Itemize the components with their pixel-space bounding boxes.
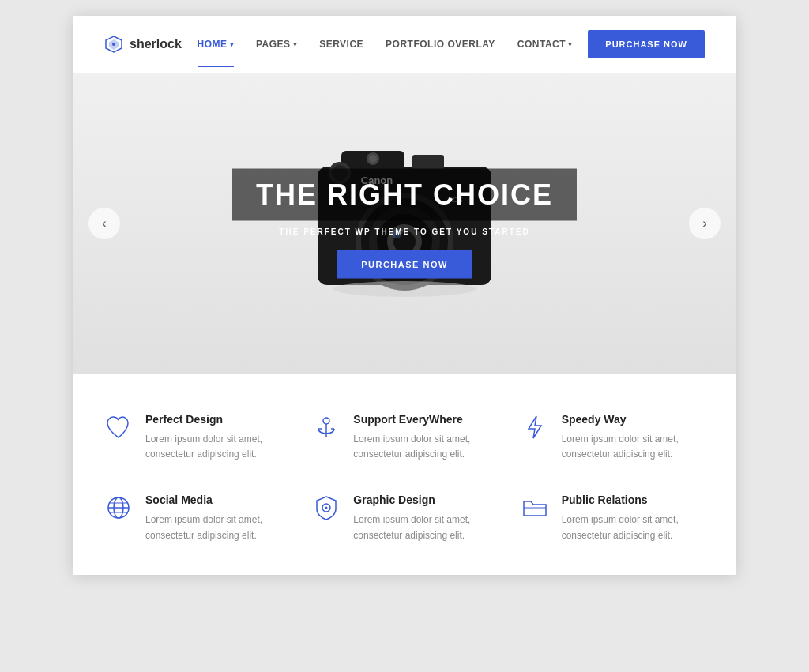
nav-item-contact[interactable]: CONTACT ▾ bbox=[517, 39, 573, 50]
nav-item-service[interactable]: SERVICE bbox=[319, 39, 363, 50]
feature-title-speedy: Speedy Way bbox=[562, 413, 705, 426]
svg-point-19 bbox=[369, 155, 377, 163]
nav-item-home[interactable]: HOME ▾ bbox=[198, 39, 235, 50]
shield-badge-icon bbox=[312, 494, 341, 522]
feature-desc-support: Lorem ipsum dolor sit amet, consectetur … bbox=[353, 432, 496, 462]
feature-title-public: Public Relations bbox=[562, 494, 705, 506]
chevron-right-icon: › bbox=[702, 216, 706, 231]
feature-social: Social Media Lorem ipsum dolor sit amet,… bbox=[104, 494, 288, 542]
hero-slider: Canon EOS THE RIGHT CHOICE bbox=[73, 73, 736, 374]
heart-icon bbox=[104, 413, 133, 441]
nav-item-portfolio[interactable]: PORTFOLIO OVERLAY bbox=[386, 39, 495, 50]
folder-icon bbox=[521, 494, 549, 522]
hero-title-box: THE RIGHT CHOICE bbox=[232, 169, 577, 221]
logo-text: sherlock bbox=[130, 37, 182, 51]
hero-cta-button[interactable]: PURCHASE NOW bbox=[337, 250, 472, 279]
chevron-down-icon: ▾ bbox=[230, 40, 235, 48]
feature-speedy: Speedy Way Lorem ipsum dolor sit amet, c… bbox=[521, 413, 705, 462]
feature-desc-public: Lorem ipsum dolor sit amet, consectetur … bbox=[562, 512, 705, 542]
feature-content-support: Support EveryWhere Lorem ipsum dolor sit… bbox=[353, 413, 496, 462]
logo[interactable]: sherlock bbox=[104, 35, 182, 54]
feature-title-perfect-design: Perfect Design bbox=[145, 413, 288, 426]
chevron-left-icon: ‹ bbox=[102, 216, 106, 231]
hero-title: THE RIGHT CHOICE bbox=[256, 178, 553, 212]
logo-icon bbox=[104, 35, 123, 54]
feature-desc-perfect-design: Lorem ipsum dolor sit amet, consectetur … bbox=[145, 432, 288, 462]
slider-next-button[interactable]: › bbox=[689, 208, 721, 239]
slider-prev-button[interactable]: ‹ bbox=[88, 208, 120, 239]
feature-title-graphic: Graphic Design bbox=[353, 494, 496, 506]
svg-point-32 bbox=[325, 507, 328, 509]
features-section: Perfect Design Lorem ipsum dolor sit ame… bbox=[73, 374, 736, 575]
anchor-icon bbox=[312, 413, 341, 441]
feature-content-speedy: Speedy Way Lorem ipsum dolor sit amet, c… bbox=[562, 413, 705, 462]
feature-perfect-design: Perfect Design Lorem ipsum dolor sit ame… bbox=[104, 413, 288, 462]
page-wrapper: sherlock HOME ▾ PAGES ▾ SERVICE PORTFOLI… bbox=[73, 16, 736, 575]
feature-graphic: Graphic Design Lorem ipsum dolor sit ame… bbox=[312, 494, 496, 542]
header: sherlock HOME ▾ PAGES ▾ SERVICE PORTFOLI… bbox=[73, 16, 736, 73]
feature-title-social: Social Media bbox=[145, 494, 288, 506]
hero-subtitle: THE PERFECT WP THEME TO GET YOU STARTED bbox=[232, 227, 577, 236]
svg-point-20 bbox=[333, 281, 476, 297]
feature-title-support: Support EveryWhere bbox=[353, 413, 496, 426]
feature-desc-speedy: Lorem ipsum dolor sit amet, consectetur … bbox=[562, 432, 705, 462]
feature-content-public: Public Relations Lorem ipsum dolor sit a… bbox=[562, 494, 705, 542]
chevron-down-icon: ▾ bbox=[293, 40, 298, 48]
feature-support: Support EveryWhere Lorem ipsum dolor sit… bbox=[312, 413, 496, 462]
nav-item-pages[interactable]: PAGES ▾ bbox=[256, 39, 297, 50]
main-nav: HOME ▾ PAGES ▾ SERVICE PORTFOLIO OVERLAY… bbox=[198, 39, 573, 50]
purchase-now-button[interactable]: PURCHASE NOW bbox=[588, 30, 705, 58]
bolt-icon bbox=[521, 413, 549, 441]
svg-point-21 bbox=[323, 418, 329, 424]
svg-point-2 bbox=[112, 43, 115, 46]
feature-content-graphic: Graphic Design Lorem ipsum dolor sit ame… bbox=[353, 494, 496, 542]
features-grid: Perfect Design Lorem ipsum dolor sit ame… bbox=[104, 413, 705, 543]
feature-content-perfect-design: Perfect Design Lorem ipsum dolor sit ame… bbox=[145, 413, 288, 462]
svg-marker-25 bbox=[529, 416, 541, 438]
feature-public: Public Relations Lorem ipsum dolor sit a… bbox=[521, 494, 705, 542]
feature-content-social: Social Media Lorem ipsum dolor sit amet,… bbox=[145, 494, 288, 542]
feature-desc-graphic: Lorem ipsum dolor sit amet, consectetur … bbox=[353, 512, 496, 542]
svg-rect-5 bbox=[412, 155, 444, 169]
globe-icon bbox=[104, 494, 133, 522]
chevron-down-icon: ▾ bbox=[568, 40, 573, 48]
feature-desc-social: Lorem ipsum dolor sit amet, consectetur … bbox=[145, 512, 288, 542]
hero-overlay: THE RIGHT CHOICE THE PERFECT WP THEME TO… bbox=[232, 169, 577, 279]
